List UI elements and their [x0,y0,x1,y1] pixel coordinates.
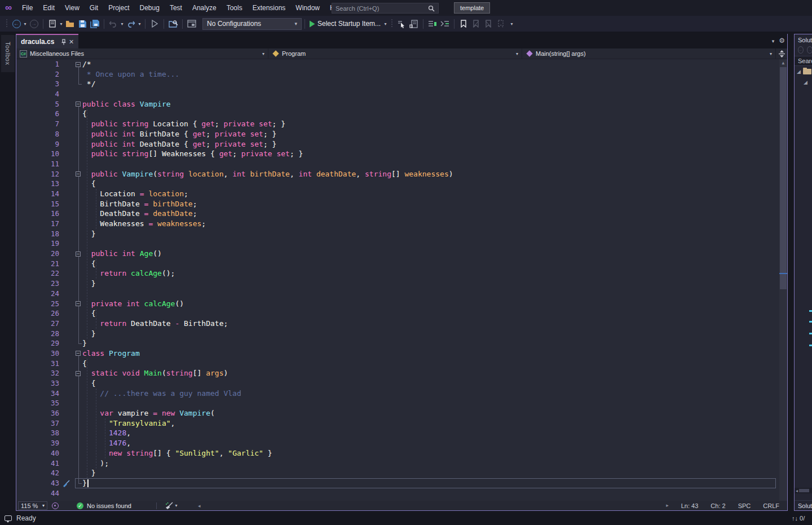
code-line[interactable]: 20– public int Age() [16,249,787,259]
previous-bookmark-button[interactable] [470,17,482,30]
code-text[interactable]: public Vampire(string location, int birt… [82,169,453,179]
code-line[interactable]: 5–public class Vampire [16,99,787,109]
menu-item-view[interactable]: View [60,0,85,16]
line-indicator[interactable]: Ln: 43 [681,502,699,509]
code-text[interactable]: public string Location { get; private se… [82,119,285,129]
back-dropdown-icon[interactable]: ▾ [23,21,28,27]
code-text[interactable]: */ [82,79,95,89]
code-line[interactable]: 23 } [16,279,787,289]
code-text[interactable]: private int calcAge() [82,299,184,309]
code-text[interactable]: BirthDate = birthDate; [82,199,197,209]
code-text[interactable]: static void Main(string[] args) [82,368,228,378]
run-button[interactable] [149,17,160,30]
type-dropdown[interactable]: Program ▾ [268,48,522,59]
cleanup-dropdown-icon[interactable]: ▾ [174,503,179,508]
code-line[interactable]: 42 } [16,468,787,478]
code-editor[interactable]: 1–/*2 * Once upon a time...3 */45–public… [16,59,787,501]
startup-dropdown-icon[interactable]: ▾ [383,21,388,27]
code-text[interactable]: public int DeathDate { get; private set;… [82,139,276,149]
quick-actions-screwdriver-icon[interactable] [63,479,70,487]
code-line[interactable]: 36 var vampire = new Vampire( [16,408,787,418]
issues-status[interactable]: No issues found [87,502,131,509]
code-line[interactable]: 32– static void Main(string[] args) [16,368,787,378]
fold-collapse-box[interactable]: – [76,171,81,177]
code-line[interactable]: 24 [16,289,787,299]
code-text[interactable]: { [82,259,95,269]
new-project-dropdown-icon[interactable]: ▾ [59,21,64,27]
code-line[interactable]: 13 { [16,179,787,189]
hscroll-left-icon[interactable]: ◂ [795,488,799,493]
code-line[interactable]: 37 "Transylvania", [16,418,787,429]
close-icon[interactable]: × [69,37,73,46]
code-text[interactable]: // ...there was a guy named Vlad [82,389,241,399]
fold-collapse-box[interactable]: – [76,371,81,376]
code-text[interactable]: } [82,468,95,478]
menu-item-extensions[interactable]: Extensions [248,0,291,16]
code-line[interactable]: 19 [16,239,787,249]
code-text[interactable]: } [82,338,87,348]
solution-explorer-bottom-tab[interactable]: Solutio [795,500,812,510]
code-text[interactable]: DeathDate = deathDate; [82,209,197,219]
code-text[interactable]: 1476, [82,438,131,448]
code-line[interactable]: 17 Weaknesses = weaknesses; [16,219,787,229]
fold-collapse-box[interactable]: – [76,252,81,257]
project-scope-dropdown[interactable]: C# Miscellaneous Files ▾ [16,48,268,59]
fold-collapse-box[interactable]: – [76,301,81,306]
split-window-button[interactable] [776,48,787,59]
menu-item-tools[interactable]: Tools [222,0,248,16]
navigate-back-button[interactable]: ← [11,17,22,30]
toolbar-grip[interactable] [390,19,394,28]
code-line[interactable]: 16 DeathDate = deathDate; [16,209,787,219]
template-button[interactable]: template [454,2,490,14]
code-line[interactable]: 2 * Once upon a time... [16,69,787,80]
code-line[interactable]: 44 [16,488,787,498]
feedback-bubble-icon[interactable] [5,515,12,521]
menu-item-test[interactable]: Test [165,0,187,16]
code-line[interactable]: 15 BirthDate = birthDate; [16,199,787,209]
code-cleanup-broom-icon[interactable] [165,502,174,510]
code-text[interactable]: /* [82,59,91,69]
hscroll-right-icon[interactable]: ▸ [666,502,669,509]
toolbar-overflow-icon[interactable]: ▾ [509,21,514,27]
code-text[interactable]: public string[] Weaknesses { get; privat… [82,149,303,159]
navigate-forward-button[interactable]: → [28,17,39,30]
code-line[interactable]: 28 } [16,329,787,339]
code-line[interactable]: 29} [16,338,787,348]
code-text[interactable]: return calcAge(); [82,268,175,279]
explorer-forward-icon[interactable]: → [807,46,812,54]
code-line[interactable]: 18 } [16,229,787,239]
code-line[interactable]: 40 new string[] { "Sunlight", "Garlic" } [16,448,787,458]
code-line[interactable]: 1–/* [16,59,787,69]
zoom-dropdown[interactable]: 115 % ▾ [18,501,47,510]
fold-collapse-box[interactable]: – [76,351,81,356]
code-line[interactable]: 12– public Vampire(string location, int … [16,169,787,179]
code-text[interactable]: } [82,229,95,239]
code-line[interactable]: 30–class Program [16,348,787,359]
performance-profiler-button[interactable] [408,17,420,30]
code-line[interactable]: 10 public string[] Weaknesses { get; pri… [16,149,787,159]
fold-collapse-box[interactable]: – [76,62,81,67]
menu-item-edit[interactable]: Edit [38,0,60,16]
menu-item-debug[interactable]: Debug [135,0,165,16]
code-text[interactable]: ); [82,458,109,469]
menu-item-git[interactable]: Git [85,0,103,16]
explorer-back-icon[interactable]: ← [798,46,804,54]
clear-bookmarks-button[interactable] [495,17,506,30]
fold-collapse-box[interactable]: – [76,102,81,107]
pin-icon[interactable] [61,39,67,45]
code-text[interactable]: new string[] { "Sunlight", "Garlic" } [82,448,272,458]
code-text[interactable]: { [82,179,95,189]
code-line[interactable]: 27 return DeathDate - BirthDate; [16,319,787,329]
scrollbar-thumb[interactable] [780,67,787,289]
code-line[interactable]: 11 [16,159,787,169]
code-text[interactable]: public class Vampire [82,99,171,109]
code-line[interactable]: 14 Location = location; [16,189,787,199]
code-text[interactable]: } [82,329,95,339]
save-button[interactable] [77,17,88,30]
toolbox-tab[interactable]: Toolbox [1,35,15,72]
redo-dropdown-icon[interactable]: ▾ [137,21,142,27]
member-dropdown[interactable]: Main(string[] args) ▾ [522,48,776,59]
code-line[interactable]: 41 ); [16,458,787,469]
code-line[interactable]: 34 // ...there was a guy named Vlad [16,389,787,399]
space-indicator[interactable]: SPC [738,502,751,509]
